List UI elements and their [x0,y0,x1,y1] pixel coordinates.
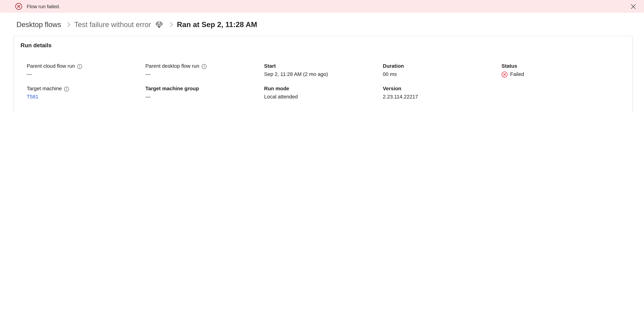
breadcrumb-flow-name[interactable]: Test failure without error [74,20,151,29]
field-label: Target machine [27,86,62,92]
run-details-card: Run details Parent cloud flow run — Pare… [14,36,633,113]
status-text: Failed [510,71,524,77]
field-label: Start [264,63,276,69]
failed-status-icon [502,71,508,77]
field-value: Sep 2, 11:28 AM (2 mo ago) [264,71,383,77]
breadcrumb-desktop-flows[interactable]: Desktop flows [16,20,61,29]
field-label: Status [502,63,517,69]
field-label: Target machine group [145,86,199,92]
run-details-title: Run details [20,41,626,49]
field-label: Parent desktop flow run [145,63,199,69]
field-label: Parent cloud flow run [27,63,75,69]
field-status: Status Failed [502,63,620,77]
field-value: — [145,94,264,100]
field-duration: Duration 00 ms [383,63,502,77]
info-icon[interactable] [64,86,69,91]
close-icon[interactable] [630,3,636,9]
run-details-fields: Parent cloud flow run — Parent desktop f… [27,63,632,100]
target-machine-link[interactable]: T581 [27,94,38,100]
info-icon[interactable] [202,64,207,69]
field-target-machine: Target machine T581 [27,86,145,100]
field-parent-cloud-flow-run: Parent cloud flow run — [27,63,145,77]
chevron-right-icon [66,22,70,27]
error-banner: Flow run failed. [0,0,644,13]
field-value: — [145,71,264,77]
breadcrumb-run-title: Ran at Sep 2, 11:28 AM [177,20,257,29]
breadcrumb: Desktop flows Test failure without error… [16,20,644,29]
field-run-mode: Run mode Local attended [264,86,383,100]
error-circle-icon [15,3,22,10]
premium-icon [155,21,163,28]
field-label: Version [383,86,401,92]
field-value: 00 ms [383,71,502,77]
field-start: Start Sep 2, 11:28 AM (2 mo ago) [264,63,383,77]
field-version: Version 2.23.114.22217 [383,86,502,100]
field-target-machine-group: Target machine group — [145,86,264,100]
field-label: Duration [383,63,404,69]
banner-message: Flow run failed. [27,3,60,9]
field-value: 2.23.114.22217 [383,94,502,100]
field-parent-desktop-flow-run: Parent desktop flow run — [145,63,264,77]
field-value: Local attended [264,94,383,100]
field-label: Run mode [264,86,289,92]
page: Flow run failed. Desktop flows Test fail… [0,0,644,113]
chevron-right-icon [168,22,173,27]
field-value: — [27,71,145,77]
info-icon[interactable] [78,64,82,69]
